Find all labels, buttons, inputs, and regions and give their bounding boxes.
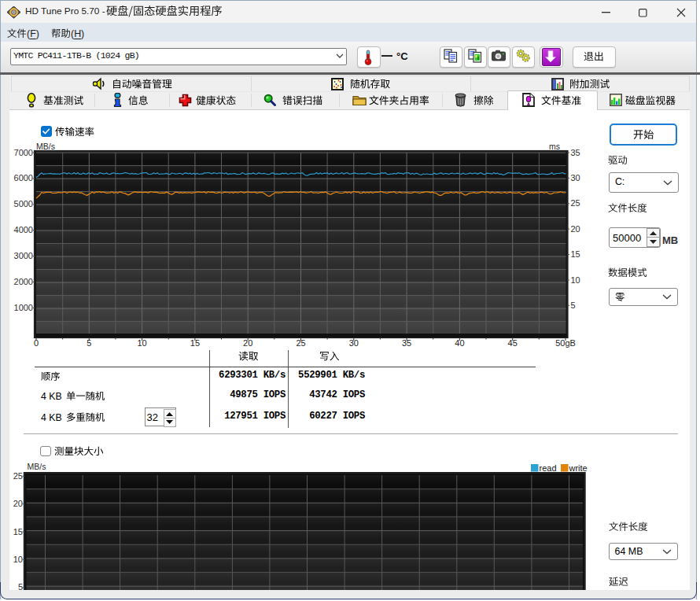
svg-text:1000: 1000 [14, 303, 33, 312]
svg-text:3000: 3000 [14, 251, 33, 260]
svg-text:30: 30 [571, 173, 580, 183]
svg-text:7000: 7000 [14, 148, 33, 157]
svg-text:MB/s: MB/s [28, 462, 46, 471]
svg-text:20: 20 [571, 224, 580, 234]
svg-text:25: 25 [13, 471, 23, 481]
svg-text:15: 15 [571, 249, 580, 259]
svg-text:6000: 6000 [14, 173, 33, 183]
svg-text:15: 15 [13, 527, 23, 536]
svg-text:ms: ms [549, 142, 560, 151]
svg-text:4000: 4000 [14, 225, 33, 234]
svg-text:read: read [540, 463, 557, 473]
svg-text:35: 35 [571, 148, 580, 157]
svg-text:20: 20 [13, 499, 23, 508]
svg-text:10: 10 [571, 275, 580, 285]
svg-text:write: write [569, 463, 588, 473]
svg-text:5000: 5000 [14, 199, 33, 208]
svg-text:25: 25 [571, 198, 580, 208]
svg-text:MB/s: MB/s [36, 142, 55, 151]
svg-text:5: 5 [571, 300, 576, 310]
svg-text:10: 10 [13, 555, 23, 564]
svg-text:2000: 2000 [14, 277, 33, 286]
